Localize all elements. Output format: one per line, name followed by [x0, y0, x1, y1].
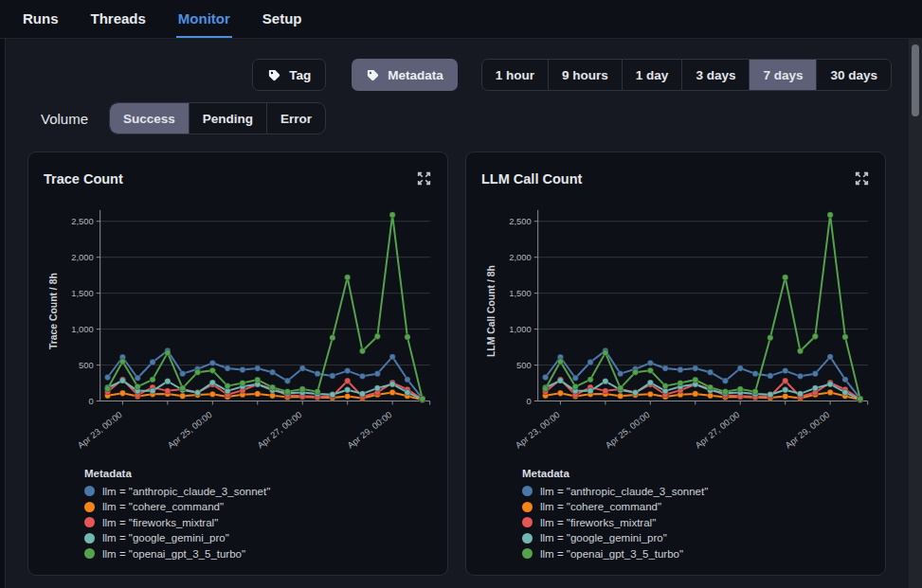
time-range-group: 1 hour 9 hours 1 day 3 days 7 days 30 da… — [481, 59, 892, 91]
legend-swatch — [522, 502, 533, 512]
nav-tab-runs[interactable]: Runs — [21, 0, 61, 38]
legend-item: llm = "fireworks_mixtral" — [522, 515, 870, 531]
tag-filter-button[interactable]: Tag — [252, 59, 326, 91]
svg-text:2,500: 2,500 — [71, 216, 93, 226]
chart-title: Trace Count — [44, 171, 123, 187]
svg-text:0: 0 — [527, 396, 532, 406]
svg-text:Apr 29, 00:00: Apr 29, 00:00 — [783, 409, 831, 450]
nav-tab-threads[interactable]: Threads — [89, 0, 148, 38]
svg-text:500: 500 — [516, 360, 532, 370]
card-header: LLM Call Count — [481, 166, 870, 192]
svg-text:Apr 29, 00:00: Apr 29, 00:00 — [345, 409, 393, 450]
legend-swatch — [522, 486, 533, 496]
legend-item: llm = "anthropic_claude_3_sonnet" — [522, 484, 870, 500]
legend-item: llm = "cohere_command" — [84, 499, 432, 515]
svg-text:1,500: 1,500 — [71, 288, 93, 298]
legend-item: llm = "openai_gpt_3_5_turbo" — [84, 546, 432, 562]
svg-text:Apr 25, 00:00: Apr 25, 00:00 — [603, 409, 651, 450]
chart-title: LLM Call Count — [481, 171, 582, 187]
legend-items: llm = "anthropic_claude_3_sonnet"llm = "… — [522, 484, 870, 562]
legend-swatch — [84, 548, 95, 559]
legend-label: llm = "cohere_command" — [102, 501, 224, 512]
legend-label: llm = "anthropic_claude_3_sonnet" — [540, 486, 708, 497]
legend-label: llm = "anthropic_claude_3_sonnet" — [102, 486, 270, 497]
time-range-1-hour[interactable]: 1 hour — [482, 60, 548, 90]
legend-item: llm = "openai_gpt_3_5_turbo" — [522, 546, 870, 562]
legend-item: llm = "anthropic_claude_3_sonnet" — [84, 484, 432, 500]
svg-text:Trace Count / 8h: Trace Count / 8h — [48, 273, 59, 349]
svg-text:Apr 27, 00:00: Apr 27, 00:00 — [255, 409, 303, 450]
legend-swatch — [522, 548, 533, 559]
status-tab-group: Success Pending Error — [109, 102, 326, 134]
legend-swatch — [84, 533, 95, 543]
legend-label: llm = "fireworks_mixtral" — [102, 517, 218, 528]
status-tab-pending[interactable]: Pending — [189, 103, 266, 134]
volume-label: Volume — [41, 111, 88, 127]
metadata-button-label: Metadata — [388, 68, 443, 82]
legend-label: llm = "openai_gpt_3_5_turbo" — [540, 548, 683, 560]
svg-text:Apr 23, 00:00: Apr 23, 00:00 — [76, 409, 124, 450]
chart-legend: Metadata llm = "anthropic_claude_3_sonne… — [522, 468, 870, 562]
legend-label: llm = "google_gemini_pro" — [102, 532, 229, 543]
llm-call-count-card: LLM Call Count 05001,0001,5002,0002,500A… — [465, 151, 886, 576]
legend-label: llm = "openai_gpt_3_5_turbo" — [102, 548, 245, 560]
svg-text:2,000: 2,000 — [71, 252, 93, 262]
legend-item: llm = "google_gemini_pro" — [84, 530, 432, 546]
svg-text:1,500: 1,500 — [509, 288, 531, 298]
svg-text:2,000: 2,000 — [509, 252, 531, 262]
status-tab-success[interactable]: Success — [110, 103, 189, 134]
chart-legend: Metadata llm = "anthropic_claude_3_sonne… — [84, 468, 432, 562]
llm-call-count-chart: 05001,0001,5002,0002,500Apr 23, 00:00Apr… — [481, 198, 872, 460]
legend-title: Metadata — [522, 468, 870, 479]
legend-swatch — [84, 486, 95, 496]
trace-count-chart: 05001,0001,5002,0002,500Apr 23, 00:00Apr… — [44, 198, 434, 460]
svg-text:0: 0 — [89, 396, 94, 406]
time-range-3-days[interactable]: 3 days — [681, 60, 749, 90]
monitor-panel: Tag Metadata 1 hour 9 hours 1 day 3 days… — [5, 39, 922, 588]
svg-text:2,500: 2,500 — [509, 216, 531, 226]
svg-text:1,000: 1,000 — [71, 324, 93, 334]
legend-swatch — [84, 517, 95, 527]
svg-text:Apr 27, 00:00: Apr 27, 00:00 — [693, 409, 741, 450]
legend-swatch — [84, 502, 95, 512]
svg-text:1,000: 1,000 — [509, 324, 531, 334]
controls-row: Tag Metadata 1 hour 9 hours 1 day 3 days… — [252, 59, 892, 91]
legend-label: llm = "google_gemini_pro" — [540, 532, 667, 543]
volume-row: Volume Success Pending Error — [41, 102, 326, 134]
metadata-filter-button[interactable]: Metadata — [352, 59, 458, 91]
legend-item: llm = "fireworks_mixtral" — [84, 515, 432, 531]
time-range-1-day[interactable]: 1 day — [622, 60, 682, 90]
legend-swatch — [522, 533, 533, 543]
time-range-30-days[interactable]: 30 days — [816, 60, 891, 90]
tag-icon — [267, 68, 281, 82]
nav-tab-monitor[interactable]: Monitor — [176, 0, 232, 38]
legend-swatch — [522, 517, 533, 527]
svg-text:Apr 25, 00:00: Apr 25, 00:00 — [165, 409, 213, 450]
time-range-7-days[interactable]: 7 days — [749, 60, 816, 90]
tag-button-label: Tag — [289, 68, 311, 82]
legend-title: Metadata — [84, 468, 432, 479]
charts-row: Trace Count 05001,0001,5002,0002,500Apr … — [27, 151, 886, 576]
legend-label: llm = "cohere_command" — [540, 501, 661, 512]
nav-tab-setup[interactable]: Setup — [261, 0, 304, 38]
status-tab-error[interactable]: Error — [266, 103, 325, 134]
legend-item: llm = "cohere_command" — [522, 499, 870, 515]
legend-label: llm = "fireworks_mixtral" — [540, 517, 656, 528]
legend-item: llm = "google_gemini_pro" — [522, 530, 870, 546]
card-header: Trace Count — [44, 166, 432, 192]
expand-icon[interactable] — [416, 170, 432, 187]
time-range-9-hours[interactable]: 9 hours — [548, 60, 622, 90]
top-nav: Runs Threads Monitor Setup — [0, 0, 922, 39]
scrollbar-track[interactable] — [909, 39, 922, 588]
scrollbar-thumb[interactable] — [912, 45, 919, 116]
svg-text:500: 500 — [79, 360, 94, 370]
legend-items: llm = "anthropic_claude_3_sonnet"llm = "… — [84, 484, 432, 562]
expand-icon[interactable] — [854, 170, 870, 187]
svg-text:Apr 23, 00:00: Apr 23, 00:00 — [514, 409, 562, 450]
svg-text:LLM Call Count / 8h: LLM Call Count / 8h — [486, 265, 497, 357]
tag-icon — [366, 68, 380, 82]
trace-count-card: Trace Count 05001,0001,5002,0002,500Apr … — [27, 151, 448, 576]
